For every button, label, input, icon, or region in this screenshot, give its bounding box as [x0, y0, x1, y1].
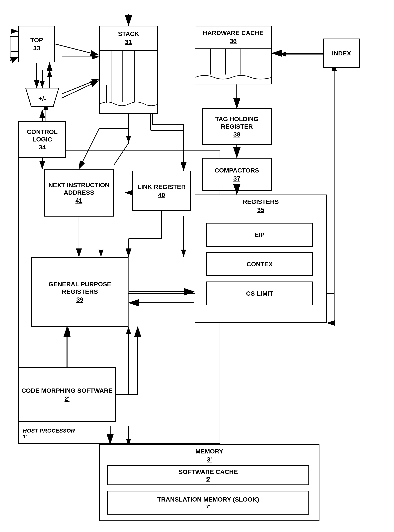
- link-register-box: LINK REGISTER 40: [132, 171, 191, 211]
- contex-box: CONTEX: [206, 252, 313, 276]
- registers-label: REGISTERS: [195, 198, 326, 205]
- svg-line-45: [62, 81, 98, 98]
- host-processor-label: HOST PROCESSOR: [23, 428, 75, 434]
- translation-memory-box: TRANSLATION MEMORY (SLOOK) 7': [107, 491, 309, 515]
- memory-outer-box: MEMORY 3' SOFTWARE CACHE 5' TRANSLATION …: [99, 444, 319, 521]
- eip-label: EIP: [255, 231, 265, 239]
- memory-label: MEMORY: [100, 448, 319, 455]
- plus-minus-shape: +/-: [24, 88, 61, 111]
- stack-box: STACK 31: [99, 26, 158, 114]
- next-instruction-address-box: NEXT INSTRUCTION ADDRESS 41: [44, 169, 114, 217]
- svg-text:+/-: +/-: [38, 95, 46, 102]
- index-label: INDEX: [332, 50, 351, 57]
- control-logic-number: 34: [39, 144, 46, 151]
- cms-number: 2': [65, 395, 70, 402]
- top-number: 33: [33, 45, 40, 52]
- translation-memory-label: TRANSLATION MEMORY (SLOOK): [157, 496, 259, 503]
- cs-limit-box: CS-LIMIT: [206, 281, 313, 305]
- hardware-cache-number: 36: [195, 37, 271, 45]
- software-cache-label: SOFTWARE CACHE: [179, 468, 238, 476]
- diagram-container: HOST PROCESSOR 1' STACK 31 HARDWARE CACH…: [0, 0, 394, 532]
- host-processor-number: 1': [23, 434, 27, 440]
- gpr-number: 39: [76, 296, 83, 303]
- compactors-box: COMPACTORS 37: [202, 158, 272, 191]
- gpr-box: GENERAL PURPOSE REGISTERS 39: [31, 257, 129, 327]
- registers-outer-box: REGISTERS 35 EIP CONTEX CS-LIMIT: [195, 194, 327, 323]
- tag-holding-register-label: TAG HOLDING REGISTER: [203, 115, 271, 130]
- registers-number: 35: [195, 206, 326, 213]
- hardware-cache-label: HARDWARE CACHE: [195, 29, 271, 37]
- cms-box: CODE MORPHING SOFTWARE 2': [18, 367, 116, 422]
- top-label: TOP: [30, 36, 43, 44]
- memory-number: 3': [100, 456, 319, 463]
- contex-label: CONTEX: [247, 261, 273, 268]
- gpr-label: GENERAL PURPOSE REGISTERS: [32, 280, 128, 296]
- hardware-cache-box: HARDWARE CACHE 36: [195, 26, 272, 84]
- eip-box: EIP: [206, 223, 313, 247]
- cs-limit-label: CS-LIMIT: [246, 290, 273, 297]
- stack-number: 31: [100, 38, 157, 46]
- software-cache-number: 5': [206, 476, 210, 482]
- tag-holding-register-box: TAG HOLDING REGISTER 38: [202, 108, 272, 145]
- cms-label: CODE MORPHING SOFTWARE: [21, 387, 113, 394]
- control-logic-label: CONTROL LOGIC: [19, 128, 65, 143]
- svg-line-6: [62, 79, 99, 94]
- nia-number: 41: [75, 197, 83, 204]
- software-cache-box: SOFTWARE CACHE 5': [107, 465, 309, 485]
- tag-holding-register-number: 38: [233, 131, 240, 138]
- nia-label: NEXT INSTRUCTION ADDRESS: [45, 181, 113, 196]
- compactors-number: 37: [233, 175, 240, 182]
- link-register-number: 40: [158, 191, 165, 199]
- stack-label: STACK: [100, 30, 157, 38]
- index-box: INDEX: [323, 39, 360, 68]
- top-box: TOP 33: [18, 26, 55, 62]
- svg-line-42: [10, 57, 19, 61]
- svg-line-39: [55, 44, 98, 55]
- translation-memory-number: 7': [206, 504, 210, 510]
- compactors-label: COMPACTORS: [215, 167, 259, 174]
- control-logic-box: CONTROL LOGIC 34: [18, 121, 66, 158]
- link-register-label: LINK REGISTER: [138, 183, 186, 191]
